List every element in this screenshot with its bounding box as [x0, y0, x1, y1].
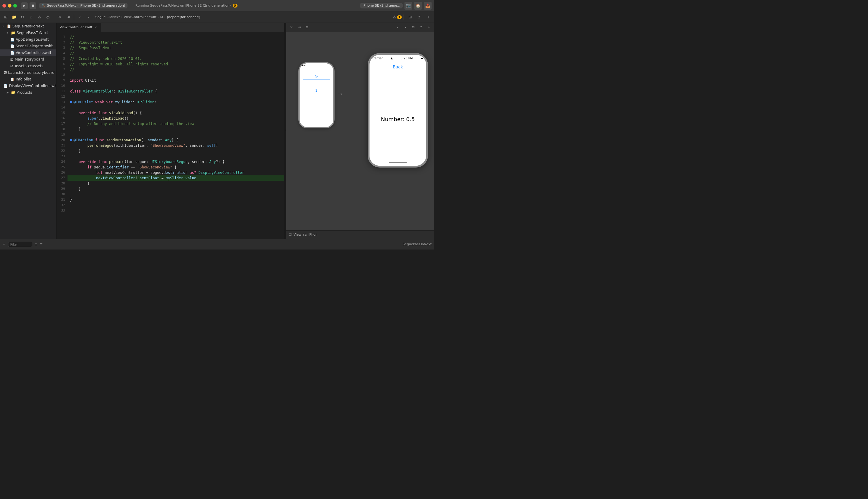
forward-button[interactable]: › — [84, 13, 92, 21]
filter-input[interactable] — [8, 242, 32, 247]
code-content[interactable]: 12345 678910 1112131415 1617181920 21222… — [57, 32, 284, 239]
refresh-button[interactable]: ↺ — [19, 13, 26, 21]
tab-viewcontroller[interactable]: ViewController.swift ✕ — [57, 23, 101, 32]
toolbar: ⊞ 📁 ↺ ⌕ ⚠ ◇ ✕ ⇥ ‹ › Segue...ToNext › Vie… — [0, 11, 434, 23]
sidebar-item-viewcontroller[interactable]: 📄 ViewController.swift — [0, 49, 56, 56]
search-button[interactable]: ⌕ — [27, 13, 35, 21]
iphone-mockup: Carrier ▲ 8:28 PM ▬ Back Number: 0.5 — [368, 53, 428, 168]
chevron-icon: › — [77, 4, 78, 8]
sidebar-item-displayviewcontroller[interactable]: 📄 DisplayViewController.swift — [0, 83, 56, 89]
editor-tab-bar: ViewController.swift ✕ — [57, 23, 284, 32]
sidebar-item-assets[interactable]: 🗂 Assets.xcassets — [0, 63, 56, 69]
ib-inspector-button[interactable]: 𝓘 — [418, 24, 424, 31]
library-button[interactable]: + — [424, 13, 432, 21]
code-line-14 — [68, 105, 284, 110]
folder-button[interactable]: 📁 — [10, 13, 18, 21]
minimize-button[interactable] — [8, 4, 11, 8]
ib-toolbar: ✕ ⇥ ⊞ ‹ › ⊡ 𝓘 + — [286, 23, 434, 32]
code-line-11: class ViewController: UIViewController { — [68, 88, 284, 94]
list-icon[interactable]: ≡ — [40, 242, 42, 246]
sidebar-label-folder: SeguePassToNext — [16, 31, 48, 35]
breadcrumb-method[interactable]: prepare(for:sender:) — [167, 15, 200, 19]
tab-label: ViewController.swift — [60, 25, 92, 29]
sort-icon[interactable]: ⊞ — [35, 242, 37, 246]
battery-icon: ▬ — [420, 57, 423, 60]
code-line-6: // Copyright © 2020 seb. All rights rese… — [68, 61, 284, 67]
sidebar-label-products: Products — [16, 90, 32, 95]
sidebar-item-project[interactable]: ▾ 📋 SeguePassToNext — [0, 23, 56, 29]
code-line-16: super.viewDidLoad() — [68, 116, 284, 121]
add-icon[interactable]: ＋ — [2, 242, 6, 246]
code-line-27: nextViewController?.sentFloat = mySlider… — [68, 175, 284, 181]
close-button[interactable] — [2, 4, 6, 8]
close-tab-button[interactable]: ✕ — [56, 13, 64, 21]
iphone-small-send: S — [316, 89, 317, 92]
ib-back-button[interactable]: ‹ — [394, 24, 401, 31]
title-bar: ▶ ■ 🔨 SeguePassToNext › iPhone SE (2nd g… — [0, 0, 434, 11]
iphone-status-bar: Carrier ▲ 8:28 PM ▬ — [369, 55, 426, 61]
ib-close-button[interactable]: ✕ — [288, 24, 295, 31]
code-editor: ViewController.swift ✕ 12345 678910 1112… — [57, 23, 284, 239]
code-line-30 — [68, 192, 284, 197]
status-text: Running SeguePassToNext on iPhone SE (2n… — [135, 4, 231, 8]
ib-grid-button[interactable]: ⊞ — [304, 24, 310, 31]
grid-button[interactable]: ⊞ — [406, 13, 414, 21]
hide-navigator-button[interactable]: ⊞ — [2, 13, 10, 21]
sidebar-item-scenedelegate[interactable]: 📄 SceneDelegate.swift — [0, 43, 56, 49]
back-button-label[interactable]: Back — [369, 64, 426, 69]
ib-expand-button[interactable]: ⇥ — [296, 24, 303, 31]
time-label: 8:28 PM — [401, 57, 413, 60]
play-button[interactable]: ▶ — [21, 2, 28, 9]
back-button[interactable]: ‹ — [76, 13, 84, 21]
warning-indicator[interactable]: ⚠1 — [393, 13, 401, 21]
breadcrumb-file[interactable]: ViewController.swift — [124, 15, 156, 19]
code-line-2: // ViewController.swift — [68, 40, 284, 45]
code-line-21: performSegue(withIdentifier: "ShowSecond… — [68, 143, 284, 148]
scheme-status-label: SeguePassToNext — [403, 242, 431, 246]
segue-arrow: → — [338, 91, 342, 97]
scheme-selector[interactable]: 🔨 SeguePassToNext › iPhone SE (2nd gener… — [39, 3, 127, 9]
tab-close-button[interactable]: ✕ — [94, 25, 98, 29]
sidebar-item-mainstoryboard[interactable]: 🖼 Main.storyboard — [0, 56, 56, 63]
sidebar-item-launchscreen[interactable]: 🖼 LaunchScreen.storyboard — [0, 69, 56, 76]
sidebar-item-infoplist[interactable]: 📋 Info.plist — [0, 76, 56, 83]
screenshot-button[interactable]: 📷 — [404, 2, 412, 10]
expand-button[interactable]: ⇥ — [64, 13, 72, 21]
scheme-label: SeguePassToNext — [47, 4, 76, 8]
breadcrumb-marker[interactable]: M — [160, 15, 163, 19]
expand-arrow2: ▾ — [7, 31, 10, 34]
home-button[interactable]: 🏠 — [414, 2, 422, 10]
iphone-small-title: S — [315, 74, 318, 78]
ib-add-button[interactable]: + — [426, 24, 432, 31]
sidebar-item-appdelegate[interactable]: 📄 AppDelegate.swift — [0, 36, 56, 43]
sidebar-item-folder[interactable]: ▾ 📁 SeguePassToNext — [0, 29, 56, 36]
code-line-15: override func viewDidLoad() { — [68, 110, 284, 116]
ib-zoom-fit-button[interactable]: ⊡ — [410, 24, 416, 31]
sidebar-label-project: SeguePassToNext — [12, 24, 44, 28]
warning-button[interactable]: ⚠ — [36, 13, 44, 21]
sidebar-label-scenedelegate: SceneDelegate.swift — [16, 44, 53, 48]
bookmark-button[interactable]: ◇ — [44, 13, 52, 21]
ib-panel: ✕ ⇥ ⊞ ‹ › ⊡ 𝓘 + 9:41 S S — [286, 23, 434, 239]
code-line-24: override func prepare(for segue: UIStory… — [68, 159, 284, 165]
iphone-content: Number: 0.5 — [369, 72, 426, 166]
iphone-small-mockup: 9:41 S S — [298, 62, 334, 129]
right-controls: iPhone SE (2nd gene... 📷 🏠 📤 — [360, 2, 431, 10]
status-right: SeguePassToNext — [403, 242, 431, 246]
stop-button[interactable]: ■ — [29, 2, 36, 9]
code-line-23 — [68, 154, 284, 159]
code-line-1: // — [68, 34, 284, 40]
sidebar: ▾ 📋 SeguePassToNext ▾ 📁 SeguePassToNext … — [0, 23, 57, 239]
sidebar-label-viewcontroller: ViewController.swift — [16, 51, 51, 55]
code-line-7: // — [68, 67, 284, 72]
wifi-icon: ▲ — [391, 57, 393, 60]
ib-forward-button[interactable]: › — [402, 24, 409, 31]
code-line-32 — [68, 203, 284, 208]
sidebar-item-products[interactable]: ▶ 📁 Products — [0, 89, 56, 96]
share-button[interactable]: 📤 — [424, 2, 431, 10]
inspector-button[interactable]: 𝓘 — [415, 13, 423, 21]
breadcrumb-project[interactable]: Segue...ToNext — [95, 15, 120, 19]
ib-content[interactable]: 9:41 S S → Carrier ▲ 8:28 PM ▬ — [286, 32, 434, 230]
maximize-button[interactable] — [13, 4, 17, 8]
main-layout: ▾ 📋 SeguePassToNext ▾ 📁 SeguePassToNext … — [0, 23, 434, 239]
